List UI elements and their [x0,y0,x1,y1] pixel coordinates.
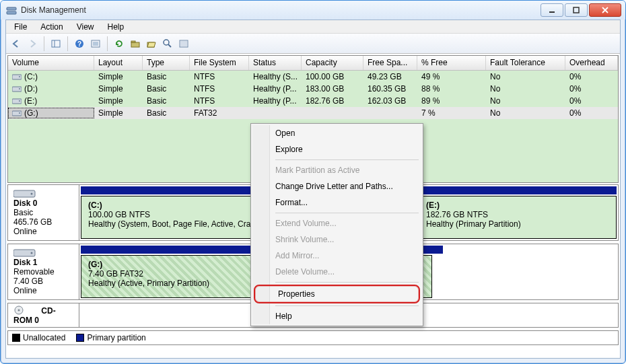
legend: Unallocated Primary partition [7,330,619,345]
col-volume[interactable]: Volume [8,56,94,70]
col-fault[interactable]: Fault Tolerance [486,56,565,70]
menu-action[interactable]: Action [35,22,68,32]
ctx-extend: Extend Volume... [252,215,421,231]
swatch-primary [76,334,84,342]
table-header: Volume Layout Type File System Status Ca… [8,56,618,71]
col-layout[interactable]: Layout [94,56,143,70]
ctx-open[interactable]: Open [252,125,421,141]
cdrom-icon [13,305,38,314]
back-button[interactable] [9,36,24,51]
svg-point-13 [164,40,169,45]
svg-rect-10 [131,42,139,47]
disk-icon [13,190,38,198]
svg-rect-21 [12,99,22,104]
volume-box[interactable]: (E:) 182.76 GB NTFS Healthy (Primary Par… [419,196,617,239]
menu-file[interactable]: File [9,22,32,32]
table-row[interactable]: (D:) Simple Basic NTFS Healthy (P... 183… [8,83,618,95]
svg-point-18 [19,76,20,77]
app-icon [6,5,17,15]
disk-label[interactable]: CD-ROM 0 [8,303,79,327]
svg-rect-2 [549,11,555,13]
menubar: File Action View Help [6,20,620,34]
maximize-button[interactable] [565,3,588,17]
help-button[interactable]: ? [72,36,87,51]
ctx-format[interactable]: Format... [252,194,421,211]
ctx-delete: Delete Volume... [252,264,421,280]
rescan-icon[interactable] [128,36,143,51]
drive-icon [12,109,22,116]
svg-point-22 [19,100,20,102]
show-hide-tree-icon[interactable] [48,36,63,51]
svg-point-20 [19,88,20,89]
svg-rect-1 [7,11,16,14]
disk-icon [13,249,38,257]
ctx-help[interactable]: Help [252,308,421,324]
window-title: Disk Management [21,5,86,15]
drive-icon [12,73,22,80]
toolbar: ? [6,34,620,54]
ctx-shrink: Shrink Volume... [252,231,421,248]
svg-rect-17 [12,75,22,79]
svg-line-14 [168,44,171,47]
svg-rect-3 [573,7,579,13]
col-overhead[interactable]: Overhead [565,56,618,70]
svg-rect-23 [12,111,22,116]
svg-rect-11 [131,41,135,42]
window-frame: Disk Management File Action View Help ? [0,0,626,364]
col-status[interactable]: Status [249,56,302,70]
menu-help[interactable]: Help [102,22,130,32]
ctx-properties[interactable]: Properties [254,285,420,303]
titlebar[interactable]: Disk Management [1,1,625,20]
table-row[interactable]: (C:) Simple Basic NTFS Healthy (S... 100… [8,71,618,83]
ctx-mark-active: Mark Partition as Active [252,162,421,178]
svg-rect-0 [7,7,16,10]
col-type[interactable]: Type [143,56,190,70]
find-icon[interactable] [160,36,175,51]
tool-extra-icon[interactable] [176,36,191,51]
menu-view[interactable]: View [71,22,100,32]
drive-icon [12,85,22,92]
svg-point-30 [18,310,20,312]
drive-icon [12,97,22,104]
settings-icon[interactable] [88,36,103,51]
col-fs[interactable]: File System [190,56,249,70]
svg-rect-9 [93,42,98,46]
svg-point-24 [19,112,20,114]
context-menu: Open Explore Mark Partition as Active Ch… [250,123,423,326]
svg-point-26 [31,193,33,195]
minimize-button[interactable] [541,3,563,17]
table-row[interactable]: (G:) Simple Basic FAT32 7 % No 0% [8,107,618,119]
ctx-add-mirror: Add Mirror... [252,248,421,264]
disk-label[interactable]: Disk 1 Removable 7.40 GB Online [8,244,79,299]
col-pctfree[interactable]: % Free [417,56,486,70]
col-capacity[interactable]: Capacity [302,56,363,70]
client-area: File Action View Help ? Volume Layout [5,20,621,359]
svg-rect-16 [180,41,187,46]
ctx-explore[interactable]: Explore [252,141,421,157]
svg-rect-19 [12,87,22,92]
ctx-change-letter[interactable]: Change Drive Letter and Paths... [252,178,421,194]
swatch-unallocated [12,334,20,342]
disk-label[interactable]: Disk 0 Basic 465.76 GB Online [8,185,79,240]
forward-button[interactable] [25,36,40,51]
svg-point-28 [31,252,33,254]
close-button[interactable] [589,3,621,17]
refresh-icon[interactable] [112,36,127,51]
svg-text:?: ? [77,40,81,48]
table-row[interactable]: (E:) Simple Basic NTFS Healthy (P... 182… [8,95,618,107]
open-icon[interactable] [144,36,159,51]
col-free[interactable]: Free Spa... [363,56,417,70]
svg-rect-4 [52,40,60,47]
